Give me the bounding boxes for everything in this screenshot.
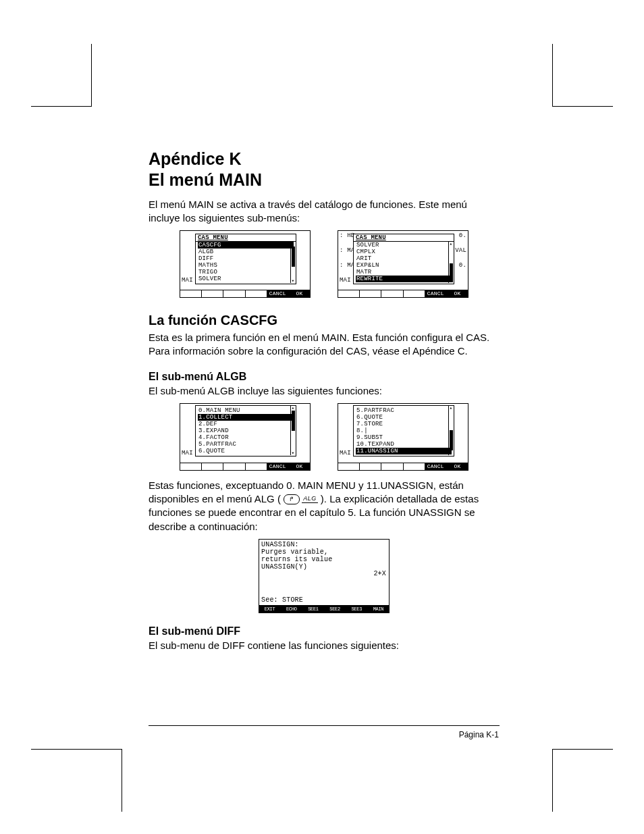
lcd-background-text: MAI — [182, 232, 193, 289]
crop-mark — [122, 750, 122, 812]
crop-mark — [552, 749, 613, 750]
menu-item: 9.SUBST — [356, 434, 452, 441]
softkey-see2: SEE2 — [325, 605, 346, 613]
softkey — [360, 463, 381, 470]
softkey-row: CANCL OK — [180, 463, 310, 470]
menu-item: 2.DEF — [198, 421, 294, 427]
scrollbar: ▴ ▾ — [290, 406, 295, 455]
scrollbar: ▴ ▾ — [448, 406, 453, 455]
algb-intro-paragraph: El sub-menú ALGB incluye las siguientes … — [149, 384, 500, 398]
crop-mark — [552, 44, 553, 106]
diff-intro-paragraph: El sub-menu de DIFF contiene las funcion… — [149, 639, 500, 652]
algb-after-paragraph: Estas funciones, exceptuando 0. MAIN MEN… — [149, 479, 500, 533]
menu-item: DIFF — [198, 255, 294, 262]
popup-body: 0.MAIN MENU 1.COLLECT 2.DEF 3.EXPAND 4.F… — [196, 406, 296, 456]
scroll-up-icon: ▴ — [449, 406, 453, 410]
page: Apéndice K El menú MAIN El menú MAIN se … — [0, 0, 644, 834]
menu-item: 1.COLLECT — [198, 414, 294, 421]
help-expression: 2+X — [373, 571, 386, 577]
softkey — [404, 290, 425, 297]
menu-item: CASCFG — [198, 242, 294, 249]
menu-item: CMPLX — [356, 249, 452, 255]
menu-item: 7.STORE — [356, 421, 452, 427]
softkey-main: MAIN — [368, 605, 389, 613]
footer-rule — [149, 725, 500, 726]
menu-item: 6.QUOTE — [198, 448, 294, 454]
menu-item: 5.PARTFRAC — [198, 441, 294, 448]
softkey-cancel: CANCL — [425, 463, 447, 470]
softkey — [381, 463, 403, 470]
softkey — [404, 463, 425, 470]
softkey-ok: OK — [289, 463, 310, 470]
softkey — [202, 290, 223, 297]
menu-item: TRIGO — [198, 269, 294, 276]
menu-item: MATHS — [198, 262, 294, 269]
menu-item: 11.UNASSIGN — [356, 448, 452, 454]
softkey-ok: OK — [447, 463, 468, 470]
menu-item: EXP&LN — [356, 262, 452, 269]
softkey-see1: SEE1 — [302, 605, 324, 613]
popup-body: SOLVER CMPLX ARIT EXP&LN MATR REWRITE ▴ … — [354, 242, 454, 284]
menu-item: 5.PARTFRAC — [356, 407, 452, 414]
popup-title: CAS MENU — [196, 234, 296, 242]
scroll-down-icon: ▾ — [449, 451, 453, 455]
crop-mark — [552, 750, 553, 812]
softkey — [223, 290, 245, 297]
help-text: UNASSIGN: Purges variable, returns its v… — [261, 541, 387, 571]
softkey-see3: SEE3 — [346, 605, 368, 613]
lcd-background-text: MAI — [182, 405, 193, 462]
softkey-row: EXIT ECHO SEE1 SEE2 SEE3 MAIN — [259, 605, 389, 613]
menu-item: 6.QUOTE — [356, 414, 452, 421]
crop-mark — [31, 106, 92, 107]
softkey-cancel: CANCL — [267, 290, 289, 297]
alg-key-glyph: ↱ ALG — [284, 494, 318, 504]
scroll-down-icon: ▾ — [291, 451, 295, 455]
intro-paragraph: El menú MAIN se activa a través del catá… — [149, 198, 500, 226]
softkey — [246, 290, 267, 297]
menu-item: 4.FACTOR — [198, 434, 294, 441]
popup-title: CAS MENU — [354, 234, 454, 242]
menu-item: ALGB — [198, 249, 294, 255]
scroll-thumb — [292, 411, 295, 431]
crop-mark — [552, 106, 613, 107]
softkey — [180, 463, 202, 470]
cas-menu-popup: CAS MENU SOLVER CMPLX ARIT EXP&LN MATR R… — [353, 234, 454, 284]
softkey-row: CANCL OK — [338, 463, 468, 470]
menu-item: SOLVER — [198, 276, 294, 282]
lcd-background-text: 0. VAL 0. — [455, 232, 466, 289]
crop-mark — [91, 44, 92, 106]
scrollbar: ▴ ▾ — [448, 242, 453, 283]
softkey — [180, 290, 202, 297]
scroll-down-icon: ▾ — [449, 279, 453, 283]
softkey — [360, 290, 381, 297]
help-see-also: See: STORE — [261, 597, 303, 604]
screenshot-main-menu-1: MAI CAS MENU CASCFG ALGB DIFF MATHS TRIG… — [180, 230, 311, 298]
crop-mark — [31, 749, 122, 750]
menu-item: MATR — [356, 269, 452, 276]
menu-item: ARIT — [356, 255, 452, 262]
softkey-cancel: CANCL — [267, 463, 289, 470]
menu-item: 3.EXPAND — [198, 427, 294, 434]
heading-diff: El sub-menú DIFF — [149, 625, 500, 637]
softkey — [338, 290, 360, 297]
softkey-row: CANCL OK — [338, 290, 468, 297]
softkey — [338, 463, 360, 470]
softkey — [223, 463, 245, 470]
softkey-ok: OK — [447, 290, 468, 297]
menu-item: SOLVER — [356, 242, 452, 249]
screenshot-unassign-help: UNASSIGN: Purges variable, returns its v… — [259, 539, 390, 613]
title-line-1: Apéndice K — [149, 149, 242, 168]
heading-cascfg: La función CASCFG — [149, 313, 500, 328]
menu-item: 0.MAIN MENU — [198, 407, 294, 414]
algb-popup: 0.MAIN MENU 1.COLLECT 2.DEF 3.EXPAND 4.F… — [195, 405, 296, 457]
cas-menu-popup: CAS MENU CASCFG ALGB DIFF MATHS TRIGO SO… — [195, 234, 296, 284]
title-line-2: El menú MAIN — [149, 170, 262, 189]
softkey — [246, 463, 267, 470]
popup-body: 5.PARTFRAC 6.QUOTE 7.STORE 8.| 9.SUBST 1… — [354, 406, 454, 456]
screenshot-algb-1: MAI 0.MAIN MENU 1.COLLECT 2.DEF 3.EXPAND… — [180, 403, 311, 471]
screenshot-main-menu-2: : HE : MA : MA MAI 0. VAL 0. CAS MENU SO… — [338, 230, 468, 298]
algb-screenshots: MAI 0.MAIN MENU 1.COLLECT 2.DEF 3.EXPAND… — [149, 403, 500, 471]
scroll-up-icon: ▴ — [291, 406, 295, 410]
algb-popup: 5.PARTFRAC 6.QUOTE 7.STORE 8.| 9.SUBST 1… — [353, 405, 454, 457]
scroll-thumb — [292, 246, 295, 267]
